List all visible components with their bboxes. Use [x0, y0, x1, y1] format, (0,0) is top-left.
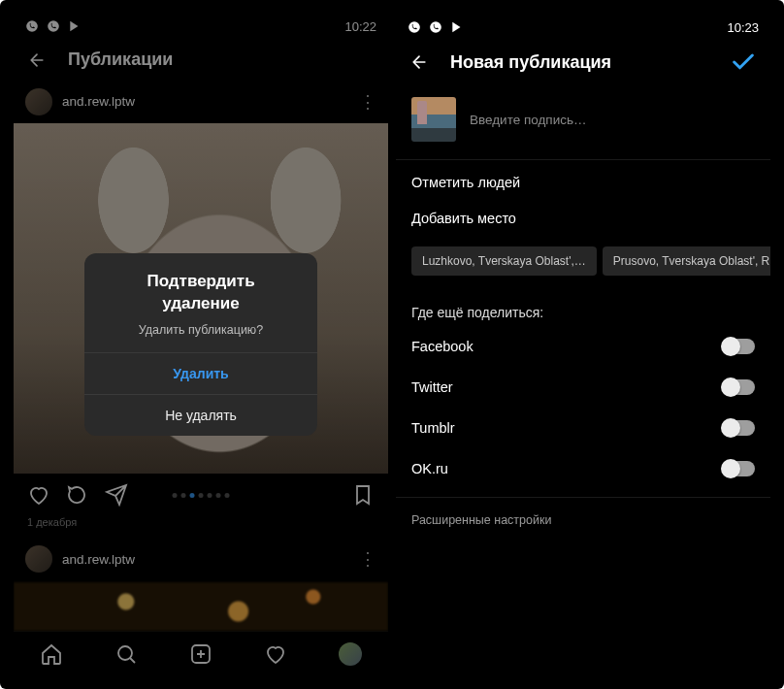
status-time: 10:23 [727, 20, 759, 35]
caption-input[interactable]: Введите подпись… [470, 113, 586, 127]
modal-title: Подтвердить удаление [84, 253, 317, 317]
svg-point-5 [430, 21, 441, 33]
share-facebook: Facebook [396, 326, 770, 367]
viber-icon [429, 20, 442, 34]
post-thumbnail[interactable] [411, 97, 456, 142]
toggle-facebook[interactable] [722, 339, 755, 354]
confirm-icon[interactable] [730, 49, 757, 76]
header: Новая публикация [396, 41, 770, 83]
share-twitter: Twitter [396, 367, 770, 408]
share-okru: OK.ru [396, 448, 770, 489]
location-chip[interactable]: Prusovo, Tverskaya Oblast', R… [603, 246, 770, 276]
page-title: Новая публикация [450, 52, 611, 73]
play-store-icon [450, 20, 464, 34]
status-bar: 10:23 [396, 14, 770, 41]
phone-right: 10:23 Новая публикация Введите подпись… … [396, 14, 770, 675]
advanced-settings[interactable]: Расширенные настройки [396, 497, 770, 542]
share-label: Twitter [411, 379, 453, 395]
location-suggestions: Luzhkovo, Tverskaya Oblast',… Prusovo, T… [396, 241, 770, 289]
toggle-tumblr[interactable] [722, 420, 755, 436]
share-label: Tumblr [411, 420, 455, 436]
svg-point-4 [408, 21, 420, 33]
modal-subtitle: Удалить публикацию? [84, 317, 317, 352]
phone-left: 10:22 Публикации and.rew.lptw ⋮ 1 декабр… [14, 14, 388, 675]
also-share-label: Где ещё поделиться: [396, 289, 770, 326]
viber-icon [408, 20, 421, 34]
tag-people-row[interactable]: Отметить людей [396, 159, 770, 205]
modal-overlay: Подтвердить удаление Удалить публикацию?… [14, 14, 388, 675]
back-icon[interactable] [409, 52, 429, 72]
cancel-button[interactable]: Не удалять [84, 394, 317, 436]
share-label: OK.ru [411, 461, 448, 476]
share-label: Facebook [411, 339, 474, 354]
location-chip[interactable]: Luzhkovo, Tverskaya Oblast',… [411, 246, 597, 276]
share-tumblr: Tumblr [396, 408, 770, 448]
toggle-okru[interactable] [722, 461, 755, 476]
delete-button[interactable]: Удалить [84, 352, 317, 394]
confirm-delete-modal: Подтвердить удаление Удалить публикацию?… [84, 253, 317, 436]
caption-row: Введите подпись… [396, 83, 770, 159]
add-location-row[interactable]: Добавить место [396, 205, 770, 241]
toggle-twitter[interactable] [722, 379, 755, 395]
